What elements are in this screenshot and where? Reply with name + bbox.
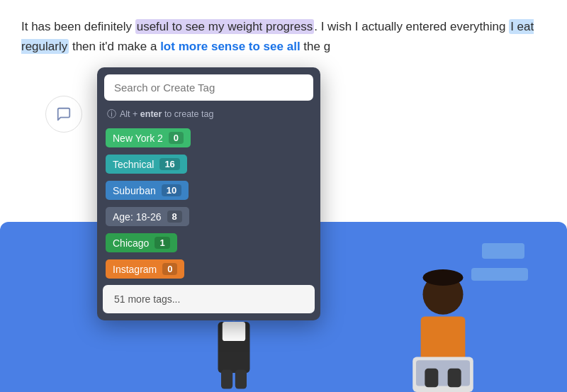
- text-part4: the g: [301, 40, 331, 53]
- tag-search-input[interactable]: [104, 74, 313, 101]
- tag-count: 1: [155, 237, 169, 249]
- tag-count: 8: [167, 211, 182, 223]
- svg-rect-7: [235, 370, 247, 389]
- tag-count: 0: [169, 132, 184, 144]
- hint-text: Alt + enter to create tag: [120, 109, 213, 119]
- more-tags-row[interactable]: 51 more tags...: [103, 285, 315, 313]
- tag-list-item[interactable]: Suburban10: [103, 179, 315, 202]
- svg-rect-13: [425, 369, 438, 388]
- svg-rect-6: [221, 370, 232, 389]
- tag-name: Chicago: [113, 237, 149, 249]
- tag-dropdown: ⓘ Alt + enter to create tag New York 20T…: [97, 67, 320, 320]
- text-after-highlight1: . I wish I actually entered everything: [314, 20, 509, 33]
- svg-rect-5: [223, 322, 245, 341]
- svg-rect-14: [448, 369, 461, 388]
- link-sense[interactable]: lot more sense to see all: [160, 40, 300, 53]
- text-before-highlight1: It has been definitely: [21, 20, 135, 33]
- text-part3: then it'd make a: [69, 40, 160, 53]
- info-icon: ⓘ: [107, 108, 116, 121]
- tag-list-item[interactable]: New York 20: [103, 126, 315, 150]
- highlight-weight-progress: useful to see my weight progress: [135, 19, 315, 34]
- tag-list: New York 20Technical16Suburban10Age: 18-…: [97, 126, 320, 281]
- tag-name: New York 2: [113, 133, 163, 144]
- tag-list-item[interactable]: Instagram0: [103, 257, 315, 281]
- deco-rect1: [482, 243, 524, 259]
- tag-list-item[interactable]: Age: 18-268: [103, 205, 315, 228]
- search-input-wrapper: [97, 67, 320, 106]
- tag-count: 10: [162, 184, 181, 196]
- svg-point-10: [423, 269, 464, 286]
- tag-name: Technical: [113, 159, 154, 170]
- chat-icon-circle[interactable]: [45, 96, 82, 133]
- tag-count: 16: [159, 158, 179, 170]
- background-text: It has been definitely useful to see my …: [0, 0, 567, 57]
- tag-list-item[interactable]: Technical16: [103, 152, 315, 176]
- hint-row: ⓘ Alt + enter to create tag: [97, 106, 320, 126]
- tag-name: Age: 18-26: [113, 211, 162, 223]
- tag-name: Suburban: [113, 185, 156, 196]
- tag-count: 0: [162, 263, 177, 275]
- tag-list-item[interactable]: Chicago1: [103, 231, 315, 254]
- tag-name: Instagram: [113, 264, 157, 275]
- svg-rect-12: [416, 360, 470, 386]
- figure-right: [404, 257, 482, 392]
